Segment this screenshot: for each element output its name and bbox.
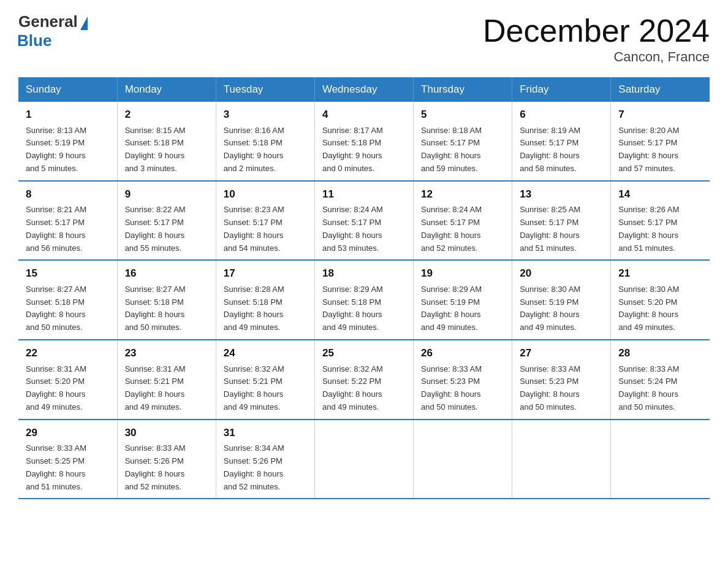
day-info: Sunrise: 8:30 AMSunset: 5:20 PMDaylight:… xyxy=(618,285,679,332)
calendar-table: SundayMondayTuesdayWednesdayThursdayFrid… xyxy=(18,77,710,499)
day-number: 23 xyxy=(125,345,208,361)
calendar-week-2: 8 Sunrise: 8:21 AMSunset: 5:17 PMDayligh… xyxy=(18,181,710,261)
header-row: SundayMondayTuesdayWednesdayThursdayFrid… xyxy=(18,77,710,102)
day-number: 3 xyxy=(224,107,307,123)
calendar-cell: 10 Sunrise: 8:23 AMSunset: 5:17 PMDaylig… xyxy=(216,181,314,261)
logo-triangle-icon xyxy=(80,17,88,30)
day-number: 16 xyxy=(125,266,208,282)
calendar-cell xyxy=(414,419,512,499)
day-number: 2 xyxy=(125,107,208,123)
calendar-cell xyxy=(314,419,413,499)
calendar-cell: 14 Sunrise: 8:26 AMSunset: 5:17 PMDaylig… xyxy=(611,181,710,261)
calendar-cell: 30 Sunrise: 8:33 AMSunset: 5:26 PMDaylig… xyxy=(117,419,216,499)
day-info: Sunrise: 8:24 AMSunset: 5:17 PMDaylight:… xyxy=(322,205,383,252)
calendar-cell: 25 Sunrise: 8:32 AMSunset: 5:22 PMDaylig… xyxy=(314,340,413,419)
day-info: Sunrise: 8:32 AMSunset: 5:22 PMDaylight:… xyxy=(322,364,383,412)
day-number: 26 xyxy=(421,345,504,361)
calendar-cell: 18 Sunrise: 8:29 AMSunset: 5:18 PMDaylig… xyxy=(314,260,413,340)
logo: General Blue xyxy=(18,12,88,50)
logo-general-text: General xyxy=(18,12,78,31)
day-number: 28 xyxy=(618,345,702,361)
header-day-wednesday: Wednesday xyxy=(314,77,413,102)
calendar-cell: 19 Sunrise: 8:29 AMSunset: 5:19 PMDaylig… xyxy=(414,260,512,340)
calendar-cell: 17 Sunrise: 8:28 AMSunset: 5:18 PMDaylig… xyxy=(216,260,314,340)
day-number: 21 xyxy=(618,266,702,282)
day-number: 13 xyxy=(520,186,603,202)
calendar-cell: 27 Sunrise: 8:33 AMSunset: 5:23 PMDaylig… xyxy=(512,340,611,419)
calendar-cell: 1 Sunrise: 8:13 AMSunset: 5:19 PMDayligh… xyxy=(18,102,117,181)
day-info: Sunrise: 8:27 AMSunset: 5:18 PMDaylight:… xyxy=(125,285,186,332)
header-day-friday: Friday xyxy=(512,77,611,102)
calendar-week-5: 29 Sunrise: 8:33 AMSunset: 5:25 PMDaylig… xyxy=(18,419,710,499)
calendar-cell: 4 Sunrise: 8:17 AMSunset: 5:18 PMDayligh… xyxy=(314,102,413,181)
day-info: Sunrise: 8:18 AMSunset: 5:17 PMDaylight:… xyxy=(421,126,482,173)
day-info: Sunrise: 8:26 AMSunset: 5:17 PMDaylight:… xyxy=(618,205,679,252)
calendar-body: 1 Sunrise: 8:13 AMSunset: 5:19 PMDayligh… xyxy=(18,102,710,499)
calendar-cell: 29 Sunrise: 8:33 AMSunset: 5:25 PMDaylig… xyxy=(18,419,117,499)
day-number: 19 xyxy=(421,266,504,282)
day-info: Sunrise: 8:17 AMSunset: 5:18 PMDaylight:… xyxy=(322,126,383,173)
day-info: Sunrise: 8:25 AMSunset: 5:17 PMDaylight:… xyxy=(520,205,580,252)
day-number: 14 xyxy=(618,186,702,202)
calendar-cell: 24 Sunrise: 8:32 AMSunset: 5:21 PMDaylig… xyxy=(216,340,314,419)
calendar-cell: 20 Sunrise: 8:30 AMSunset: 5:19 PMDaylig… xyxy=(512,260,611,340)
calendar-cell: 31 Sunrise: 8:34 AMSunset: 5:26 PMDaylig… xyxy=(216,419,314,499)
day-number: 7 xyxy=(618,107,702,123)
calendar-cell: 22 Sunrise: 8:31 AMSunset: 5:20 PMDaylig… xyxy=(18,340,117,419)
calendar-week-4: 22 Sunrise: 8:31 AMSunset: 5:20 PMDaylig… xyxy=(18,340,710,419)
day-info: Sunrise: 8:22 AMSunset: 5:17 PMDaylight:… xyxy=(125,205,186,252)
calendar-cell: 6 Sunrise: 8:19 AMSunset: 5:17 PMDayligh… xyxy=(512,102,611,181)
page-header: General Blue December 2024 Cancon, Franc… xyxy=(18,12,710,65)
day-number: 5 xyxy=(421,107,504,123)
day-number: 1 xyxy=(26,107,110,123)
day-number: 9 xyxy=(125,186,208,202)
day-info: Sunrise: 8:31 AMSunset: 5:20 PMDaylight:… xyxy=(26,364,86,412)
day-info: Sunrise: 8:13 AMSunset: 5:19 PMDaylight:… xyxy=(26,126,86,173)
calendar-cell: 11 Sunrise: 8:24 AMSunset: 5:17 PMDaylig… xyxy=(314,181,413,261)
day-number: 15 xyxy=(26,266,110,282)
calendar-cell: 2 Sunrise: 8:15 AMSunset: 5:18 PMDayligh… xyxy=(117,102,216,181)
day-info: Sunrise: 8:33 AMSunset: 5:25 PMDaylight:… xyxy=(26,443,86,491)
day-info: Sunrise: 8:21 AMSunset: 5:17 PMDaylight:… xyxy=(26,205,86,252)
day-info: Sunrise: 8:29 AMSunset: 5:18 PMDaylight:… xyxy=(322,285,383,332)
day-number: 8 xyxy=(26,186,110,202)
calendar-cell: 12 Sunrise: 8:24 AMSunset: 5:17 PMDaylig… xyxy=(414,181,512,261)
calendar-cell: 28 Sunrise: 8:33 AMSunset: 5:24 PMDaylig… xyxy=(611,340,710,419)
day-info: Sunrise: 8:28 AMSunset: 5:18 PMDaylight:… xyxy=(224,285,284,332)
day-info: Sunrise: 8:34 AMSunset: 5:26 PMDaylight:… xyxy=(224,443,284,491)
day-info: Sunrise: 8:30 AMSunset: 5:19 PMDaylight:… xyxy=(520,285,580,332)
day-info: Sunrise: 8:20 AMSunset: 5:17 PMDaylight:… xyxy=(618,126,679,173)
header-day-monday: Monday xyxy=(117,77,216,102)
calendar-cell: 15 Sunrise: 8:27 AMSunset: 5:18 PMDaylig… xyxy=(18,260,117,340)
day-number: 22 xyxy=(26,345,110,361)
day-number: 24 xyxy=(224,345,307,361)
day-info: Sunrise: 8:33 AMSunset: 5:23 PMDaylight:… xyxy=(520,364,580,412)
header-day-sunday: Sunday xyxy=(18,77,117,102)
day-number: 6 xyxy=(520,107,603,123)
day-info: Sunrise: 8:16 AMSunset: 5:18 PMDaylight:… xyxy=(224,126,284,173)
calendar-week-3: 15 Sunrise: 8:27 AMSunset: 5:18 PMDaylig… xyxy=(18,260,710,340)
calendar-cell xyxy=(512,419,611,499)
day-info: Sunrise: 8:31 AMSunset: 5:21 PMDaylight:… xyxy=(125,364,186,412)
calendar-cell: 16 Sunrise: 8:27 AMSunset: 5:18 PMDaylig… xyxy=(117,260,216,340)
header-day-thursday: Thursday xyxy=(414,77,512,102)
day-info: Sunrise: 8:29 AMSunset: 5:19 PMDaylight:… xyxy=(421,285,482,332)
calendar-cell: 26 Sunrise: 8:33 AMSunset: 5:23 PMDaylig… xyxy=(414,340,512,419)
day-info: Sunrise: 8:33 AMSunset: 5:26 PMDaylight:… xyxy=(125,443,186,491)
day-info: Sunrise: 8:32 AMSunset: 5:21 PMDaylight:… xyxy=(224,364,284,412)
month-title: December 2024 xyxy=(483,12,710,49)
day-number: 27 xyxy=(520,345,603,361)
day-number: 29 xyxy=(26,425,110,441)
day-number: 12 xyxy=(421,186,504,202)
calendar-header: SundayMondayTuesdayWednesdayThursdayFrid… xyxy=(18,77,710,102)
day-number: 20 xyxy=(520,266,603,282)
calendar-cell: 7 Sunrise: 8:20 AMSunset: 5:17 PMDayligh… xyxy=(611,102,710,181)
calendar-cell: 23 Sunrise: 8:31 AMSunset: 5:21 PMDaylig… xyxy=(117,340,216,419)
calendar-cell: 13 Sunrise: 8:25 AMSunset: 5:17 PMDaylig… xyxy=(512,181,611,261)
day-number: 17 xyxy=(224,266,307,282)
day-info: Sunrise: 8:33 AMSunset: 5:24 PMDaylight:… xyxy=(618,364,679,412)
calendar-cell xyxy=(611,419,710,499)
calendar-cell: 8 Sunrise: 8:21 AMSunset: 5:17 PMDayligh… xyxy=(18,181,117,261)
day-info: Sunrise: 8:27 AMSunset: 5:18 PMDaylight:… xyxy=(26,285,86,332)
logo-blue-text: Blue xyxy=(17,31,51,50)
